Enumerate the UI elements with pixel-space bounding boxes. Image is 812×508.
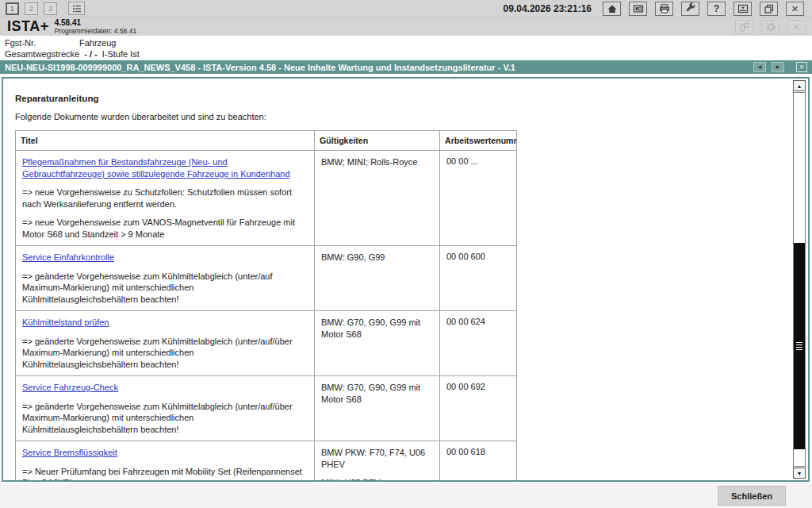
table-row: Service Fahrzeug-Check=> geänderte Vorge… <box>16 376 517 441</box>
doc-link[interactable]: Service Einfahrkontrolle <box>22 252 114 262</box>
aw-cell: 00 00 624 <box>440 311 517 376</box>
appbar-actions: × <box>735 20 812 34</box>
tools-button[interactable] <box>681 2 699 16</box>
document-panel: Reparaturanleitung Folgende Dokumente wu… <box>2 77 810 482</box>
panels-button[interactable] <box>629 2 647 16</box>
text-line: => Neuer Prüfumfang bei Fahrzeugen mit M… <box>22 466 308 480</box>
text-line: => geänderte Vorgehensweise zum Kühlmitt… <box>22 401 308 436</box>
close-button[interactable]: Schließen <box>718 486 786 506</box>
gear-icon <box>764 21 777 33</box>
arrow-up-icon: ▲ <box>797 83 802 89</box>
next-document-button[interactable]: ► <box>772 62 784 72</box>
app-brand: ISTA+ 4.58.41 Programmierdaten: 4.58.41 <box>7 18 136 35</box>
validity-cell: BMW: G70, G90, G99 mit Motor S68 <box>315 311 440 376</box>
tab-3-button[interactable]: 3 <box>44 2 57 15</box>
validity-cell: BMW: G70, G90, G99 mit Motor S68 <box>315 376 440 441</box>
restore-button[interactable] <box>760 2 778 16</box>
aw-cell: 00 00 692 <box>440 376 517 441</box>
help-icon: ? <box>714 3 719 14</box>
close-icon: × <box>791 3 799 14</box>
printer-icon <box>658 2 671 15</box>
validity-cell: BMW PKW: F70, F74, U06 PHEVMINI: U25 BEV <box>315 441 440 480</box>
print-button[interactable] <box>655 2 673 16</box>
app-bar: ISTA+ 4.58.41 Programmierdaten: 4.58.41 … <box>0 17 812 36</box>
close-icon: × <box>793 21 800 33</box>
wrench-icon <box>684 2 697 15</box>
scrollbar-thumb[interactable] <box>794 243 805 449</box>
connection-icon <box>738 21 751 33</box>
page-title: Reparaturanleitung <box>15 94 789 103</box>
window-titlebar: 1 2 3 09.04.2026 23:21:16 <box>0 0 812 17</box>
documents-table: Titel Gültigkeiten Arbeitswertenummer Pf… <box>15 130 517 480</box>
doc-notes: => geänderte Vorgehensweise zum Kühlmitt… <box>22 271 308 306</box>
text-line: BMW PKW: F70, F74, U06 PHEV <box>321 447 433 470</box>
text-line: BMW: G90, G99 <box>321 252 433 264</box>
aw-cell: 00 00 618 <box>440 441 517 480</box>
scroll-up-button[interactable]: ▲ <box>793 80 806 91</box>
panels-icon <box>632 2 645 15</box>
titlebar-actions: 09.04.2026 23:21:16 ? <box>504 2 812 16</box>
odometer-value: - / - <box>84 49 98 59</box>
doc-notes: => neue Vorgehensweise zu Schutzfolien: … <box>22 187 308 240</box>
text-line: MINI: U25 BEV <box>321 477 433 480</box>
text-line: BMW: G70, G90, G99 mit Motor S68 <box>321 382 433 405</box>
table-row: Service Einfahrkontrolle=> geänderte Vor… <box>16 246 517 311</box>
minimize-button[interactable] <box>733 2 752 16</box>
text-line: BMW: G70, G90, G99 mit Motor S68 <box>321 317 433 340</box>
vehicle-label: Fahrzeug <box>79 38 116 48</box>
close-window-button[interactable]: × <box>786 2 804 16</box>
table-row: Pflegemaßnahmen für Bestandsfahrzeuge (N… <box>16 151 517 246</box>
doc-link[interactable]: Pflegemaßnahmen für Bestandsfahrzeuge (N… <box>22 157 290 179</box>
doc-link[interactable]: Service Bremsflüssigkeit <box>22 448 117 457</box>
arrow-down-icon: ▼ <box>797 471 802 476</box>
column-header-aw: Arbeitswertenummer <box>440 131 517 151</box>
app-version: 4.58.41 <box>55 18 136 27</box>
text-line: => neue Vorgehensweise zum VANOS-Magnetv… <box>22 217 308 240</box>
list-icon <box>71 2 83 15</box>
programming-data: Programmierdaten: 4.58.41 <box>55 27 136 35</box>
prev-document-button[interactable]: ◄ <box>753 62 766 72</box>
help-button[interactable]: ? <box>707 2 726 16</box>
document-title: NEU-NEU-SI1998-009999000_RA_NEWS_V458 - … <box>5 63 515 72</box>
scrollbar-track[interactable] <box>793 92 806 467</box>
connection-button <box>735 20 753 34</box>
document-titlebar: NEU-NEU-SI1998-009999000_RA_NEWS_V458 - … <box>0 60 812 74</box>
footer-bar: Schließen <box>0 483 812 508</box>
text-line: => geänderte Vorgehensweise zum Kühlmitt… <box>22 271 308 306</box>
chevron-left-icon: ◄ <box>756 64 763 71</box>
chevron-right-icon: ► <box>775 64 781 71</box>
doc-notes: => geänderte Vorgehensweise zum Kühlmitt… <box>22 401 308 436</box>
vin-label: Fgst-Nr. <box>5 38 36 48</box>
table-row: Service Bremsflüssigkeit=> Neuer Prüfumf… <box>16 441 517 480</box>
home-icon <box>606 2 619 15</box>
column-header-title: Titel <box>16 131 315 151</box>
tab-2-button[interactable]: 2 <box>25 2 38 15</box>
close-document-button[interactable]: × <box>796 62 807 72</box>
scroll-down-button[interactable]: ▼ <box>793 468 806 479</box>
doc-link[interactable]: Service Fahrzeug-Check <box>22 383 118 392</box>
aw-cell: 00 00 600 <box>440 246 517 311</box>
vertical-scrollbar: ▲ ▼ <box>792 79 806 479</box>
close-session-button: × <box>787 20 806 34</box>
doc-link[interactable]: Kühlmittelstand prüfen <box>22 318 109 327</box>
text-line: => neue Vorgehensweise zu Schutzfolien: … <box>22 187 308 210</box>
minimize-icon <box>737 2 749 15</box>
doc-notes: => geänderte Vorgehensweise zum Kühlmitt… <box>22 336 308 371</box>
tab-1-button[interactable]: 1 <box>6 2 19 15</box>
vehicle-info-strip: Fgst-Nr. Fahrzeug Gesamtwegstrecke- / -I… <box>0 36 812 60</box>
table-header-row: Titel Gültigkeiten Arbeitswertenummer <box>16 131 517 151</box>
odometer-label: Gesamtwegstrecke <box>5 49 79 59</box>
validity-cell: BMW; MINI; Rolls-Royce <box>315 151 440 246</box>
session-list-button[interactable] <box>68 2 85 15</box>
text-line: BMW; MINI; Rolls-Royce <box>321 156 433 168</box>
settings-button <box>761 20 779 34</box>
home-button[interactable] <box>603 2 621 16</box>
table-row: Kühlmittelstand prüfen=> geänderte Vorge… <box>16 311 517 376</box>
scrollbar-grip-icon <box>796 342 802 350</box>
ilevel-label: I-Stufe Ist <box>102 49 140 59</box>
aw-cell: 00 00 ... <box>440 151 517 246</box>
validity-cell: BMW: G90, G99 <box>315 246 440 311</box>
app-name: ISTA+ <box>7 18 49 35</box>
column-header-validity: Gültigkeiten <box>315 131 440 151</box>
close-icon: × <box>799 63 804 71</box>
